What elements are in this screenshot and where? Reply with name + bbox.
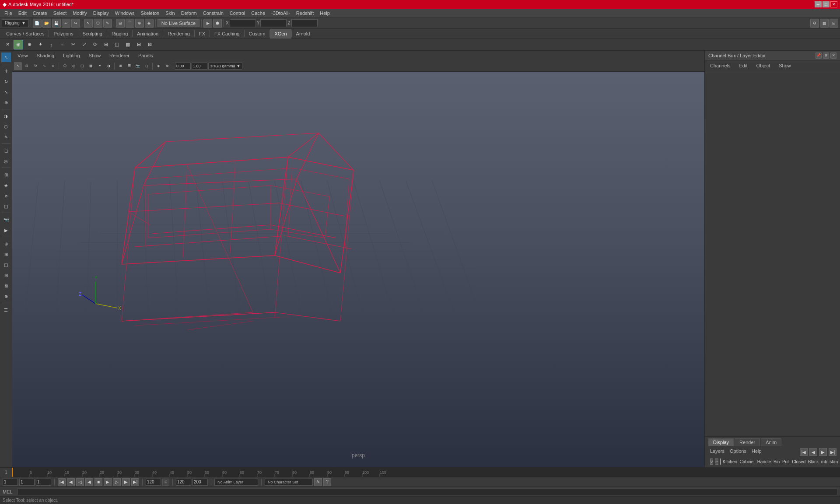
character-set-selector[interactable]: No Character Set	[265, 479, 313, 486]
settings-btn[interactable]: ⚙	[810, 19, 819, 28]
misc-tool-2[interactable]: ⊞	[1, 249, 11, 259]
move-tool[interactable]: ✛	[1, 66, 11, 76]
z-coord-field[interactable]	[291, 19, 318, 27]
misc-tool-6[interactable]: ⊕	[1, 291, 11, 301]
vp-resolution-btn[interactable]: ◻	[143, 62, 150, 70]
char-set-edit-btn[interactable]: ✎	[314, 478, 322, 486]
module-tab-fx[interactable]: FX	[195, 29, 210, 38]
vp-scale-btn[interactable]: ⤡	[40, 62, 48, 70]
x-coord-field[interactable]	[230, 19, 256, 27]
vp-select-btn[interactable]: ↖	[14, 62, 22, 70]
xgen-icon-7[interactable]: ✂	[68, 40, 78, 49]
layer-p[interactable]: P	[715, 458, 718, 465]
select-tool[interactable]: ↖	[1, 52, 11, 62]
xgen-icon-3[interactable]: ⊕	[24, 40, 34, 49]
menu-cache[interactable]: Cache	[248, 10, 268, 17]
vp-manip-btn[interactable]: ⊕	[49, 62, 57, 70]
undo-btn[interactable]: ↩	[62, 19, 70, 28]
save-scene-btn[interactable]: 💾	[52, 19, 61, 28]
menu-help[interactable]: Help	[317, 10, 332, 17]
timeline[interactable]: 1 5 10 15 20 25 30 35 40 45 50 55	[0, 467, 840, 477]
xgen-icon-5[interactable]: ↕	[46, 40, 56, 49]
menu-skin[interactable]: Skin	[163, 10, 177, 17]
vp-snap-btn[interactable]: ⊕	[163, 62, 171, 70]
vp-render-region-btn[interactable]: ◈	[154, 62, 162, 70]
play-back-btn[interactable]: ◀	[85, 478, 93, 486]
char-set-info-btn[interactable]: ?	[323, 478, 331, 486]
xgen-icon-12[interactable]: ▩	[123, 40, 133, 49]
misc-tool-3[interactable]: ◫	[1, 260, 11, 270]
vp-tab-renderer[interactable]: Renderer	[106, 52, 133, 59]
vp-wire-btn[interactable]: ⬡	[61, 62, 69, 70]
vp-light-btn[interactable]: ✦	[96, 62, 104, 70]
gamma-val-field[interactable]	[192, 63, 207, 70]
layer-fwd-btn[interactable]: ▶|	[829, 448, 836, 456]
layer-next-btn[interactable]: ▶	[819, 448, 827, 456]
xgen-icon-1[interactable]: ✕	[3, 40, 12, 49]
vp-smooth-btn[interactable]: ◎	[70, 62, 77, 70]
vertex-snap[interactable]: ◈	[1, 180, 11, 190]
vp-tab-shading[interactable]: Shading	[33, 52, 58, 59]
vp-camera-btn[interactable]: 📷	[134, 62, 142, 70]
paint-select-btn[interactable]: ✎	[103, 19, 112, 28]
vp-grid-btn[interactable]: ⊞	[116, 62, 124, 70]
next-key-btn[interactable]: ▷	[113, 478, 121, 486]
camera-tool[interactable]: 📷	[1, 215, 11, 224]
face-snap[interactable]: ◫	[1, 201, 11, 211]
universal-manip[interactable]: ⊕	[1, 98, 11, 107]
xgen-icon-4[interactable]: ✦	[35, 40, 45, 49]
vp-tab-lighting[interactable]: Lighting	[60, 52, 84, 59]
cb-tab-edit[interactable]: Edit	[735, 62, 751, 69]
minimize-button[interactable]: ─	[815, 1, 822, 7]
scale-tool[interactable]: ⤡	[1, 87, 11, 97]
play-fwd-btn[interactable]: ▶	[104, 478, 112, 486]
xgen-icon-11[interactable]: ◫	[112, 40, 122, 49]
cb-pin-btn[interactable]: 📌	[816, 52, 822, 59]
select-tool-btn[interactable]: ↖	[84, 19, 93, 28]
menu-skeleton[interactable]: Skeleton	[138, 10, 162, 17]
menu-file[interactable]: File	[2, 10, 15, 17]
layout-btn[interactable]: ▦	[820, 19, 829, 28]
misc-tool-1[interactable]: ⊕	[1, 239, 11, 248]
menu-3dtoall[interactable]: -3DtoAll-	[269, 10, 293, 17]
xgen-icon-10[interactable]: ⊞	[101, 40, 111, 49]
timeline-bar[interactable]: 5 10 15 20 25 30 35 40 45 50 55 60 65	[12, 468, 840, 477]
lasso-select-btn[interactable]: ⬡	[94, 19, 102, 28]
mel-input[interactable]	[18, 488, 837, 495]
display-subtab-options[interactable]: Options	[728, 448, 748, 456]
ipr-btn[interactable]: ⬟	[213, 19, 222, 28]
module-tab-animation[interactable]: Animation	[133, 29, 163, 38]
3d-viewport[interactable]: X Y Z persp	[12, 72, 704, 467]
display-subtab-layers[interactable]: Layers	[708, 448, 726, 456]
display-tab-render[interactable]: Render	[735, 438, 760, 446]
layer-back-btn[interactable]: |◀	[800, 448, 808, 456]
module-tab-custom[interactable]: Custom	[245, 29, 270, 38]
vp-rotate-btn[interactable]: ↻	[32, 62, 39, 70]
go-to-end-btn[interactable]: ▶|	[131, 478, 139, 486]
menu-constrain[interactable]: Constrain	[200, 10, 226, 17]
display-subtab-help[interactable]: Help	[750, 448, 763, 456]
soft-select[interactable]: ◑	[1, 111, 11, 121]
menu-select[interactable]: Select	[51, 10, 70, 17]
step-back-btn[interactable]: ◀	[67, 478, 75, 486]
xgen-icon-9[interactable]: ⟳	[90, 40, 100, 49]
menu-display[interactable]: Display	[91, 10, 112, 17]
render-btn[interactable]: ▶	[203, 19, 212, 28]
menu-deform[interactable]: Deform	[178, 10, 200, 17]
vp-shadow-btn[interactable]: ◑	[105, 62, 112, 70]
module-tab-rendering[interactable]: Rendering	[163, 29, 194, 38]
prev-key-btn[interactable]: ◁	[76, 478, 84, 486]
play-start-field[interactable]	[36, 479, 51, 486]
xgen-icon-13[interactable]: ⊟	[134, 40, 144, 49]
end-frame-field[interactable]	[146, 479, 161, 486]
end-frame-expand[interactable]: ⊞	[162, 479, 169, 486]
new-scene-btn[interactable]: 📄	[33, 19, 42, 28]
module-tab-polygons[interactable]: Polygons	[49, 29, 77, 38]
grid-snap[interactable]: ⊞	[1, 170, 11, 179]
snap-grid-btn[interactable]: ⊞	[116, 19, 125, 28]
xgen-icon-8[interactable]: ⤢	[79, 40, 89, 49]
module-tab-curves[interactable]: Curves / Surfaces	[2, 29, 49, 38]
misc-tool-4[interactable]: ⊟	[1, 270, 11, 280]
gamma-selector[interactable]: sRGB gamma ▼	[208, 63, 242, 70]
vp-move-btn[interactable]: ⊞	[23, 62, 31, 70]
